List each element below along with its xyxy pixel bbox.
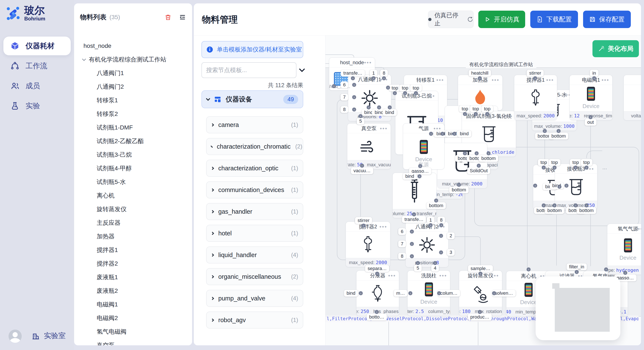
node-menu-icon[interactable]: •••	[546, 75, 554, 85]
tree-item[interactable]: 加热器	[74, 230, 192, 243]
port-dot[interactable]: ›	[386, 86, 390, 90]
port-dot[interactable]: ›	[382, 76, 386, 80]
tree-item[interactable]: 试剂瓶1-DMF	[74, 121, 192, 134]
node-menu-icon[interactable]: •••	[638, 224, 641, 234]
preview-overlay[interactable]	[536, 276, 620, 340]
port-dot[interactable]: ›	[553, 166, 557, 170]
port-dot[interactable]: ›	[557, 129, 561, 133]
node-menu-icon[interactable]: •••	[428, 91, 435, 101]
node-搅拌器1[interactable]: 搅拌器1•••max_speed: 2000	[514, 75, 557, 120]
port-dot[interactable]: ›	[527, 268, 531, 272]
port-dot[interactable]: ›	[604, 268, 608, 272]
port-dot[interactable]: ›	[416, 261, 420, 265]
tree-item[interactable]: 搅拌器2	[74, 257, 192, 270]
port-dot[interactable]: ›	[393, 91, 397, 95]
download-config-button[interactable]: 下载配置	[530, 11, 578, 28]
section-instruments[interactable]: 仪器设备 49	[202, 90, 303, 108]
tree-item[interactable]: 八通阀门2	[74, 80, 192, 94]
category-camera[interactable]: camera(1)	[206, 116, 303, 133]
port-dot[interactable]: ›	[542, 203, 546, 207]
tree-item[interactable]: 试剂瓶5-水	[74, 175, 192, 189]
port-dot[interactable]: ›	[412, 212, 416, 216]
port-dot[interactable]: ›	[439, 234, 443, 238]
tree-item-workstation[interactable]: 有机化学流程综合测试工作站	[74, 53, 192, 66]
port-dot[interactable]: ›	[418, 164, 422, 168]
port-dot[interactable]: ›	[433, 261, 437, 265]
node-搅拌器2[interactable]: 搅拌器2•••max_speed: 2000	[346, 222, 390, 267]
port-dot[interactable]: ›	[434, 199, 438, 203]
tree-item[interactable]: 试剂瓶2-乙酸乙酯	[74, 134, 192, 148]
port-dot[interactable]: ›	[359, 114, 363, 118]
category-organic_miscellaneous[interactable]: organic_miscellaneous(2)	[206, 268, 303, 285]
tree-item[interactable]: 试剂瓶4-甲醇	[74, 162, 192, 175]
port-dot[interactable]: ›	[372, 76, 376, 80]
port-dot[interactable]: ›	[352, 83, 356, 87]
category-gas_handler[interactable]: gas_handler(1)	[206, 203, 303, 220]
category-pump_and_valve[interactable]: pump_and_valve(4)	[206, 290, 303, 307]
port-dot[interactable]: ›	[478, 272, 482, 276]
port-dot[interactable]: ›	[375, 310, 379, 314]
node-menu-icon[interactable]: •••	[602, 75, 609, 85]
sidebar-item-工作流[interactable]: 工作流	[4, 57, 71, 75]
node-menu-icon[interactable]: •••	[439, 271, 447, 280]
port-dot[interactable]: ›	[377, 105, 381, 110]
tree-item[interactable]: 电磁阀1	[74, 298, 192, 311]
port-dot[interactable]: ›	[558, 185, 562, 189]
port-dot[interactable]: ›	[352, 95, 356, 99]
tree-item[interactable]: 真空泵	[74, 339, 192, 345]
tree-item[interactable]: 旋转蒸发仪	[74, 202, 192, 216]
port-dot[interactable]: ›	[475, 151, 479, 156]
node-menu-icon[interactable]: •••	[364, 58, 372, 67]
node-menu-icon[interactable]: •••	[436, 75, 444, 85]
delete-icon[interactable]	[164, 14, 172, 21]
port-dot[interactable]: ›	[485, 112, 490, 116]
port-dot[interactable]: ›	[463, 151, 467, 156]
category-robot_agv[interactable]: robot_agv(1)	[206, 312, 303, 329]
port-dot[interactable]: ›	[533, 76, 537, 80]
port-dot[interactable]: ›	[457, 183, 461, 187]
port-dot[interactable]: ›	[410, 230, 414, 234]
expand-all-icon[interactable]	[299, 66, 305, 72]
port-dot[interactable]: ›	[408, 291, 412, 295]
tree-item[interactable]: 废液瓶2	[74, 284, 192, 298]
node-menu-icon[interactable]: •••	[492, 75, 500, 85]
start-simulation-button[interactable]: 开启仿真	[478, 11, 525, 28]
port-dot[interactable]: ›	[486, 151, 491, 156]
port-dot[interactable]: ›	[575, 270, 579, 274]
port-dot[interactable]: ›	[359, 291, 363, 295]
port-dot[interactable]: ›	[542, 166, 546, 170]
tree-item[interactable]: 废液瓶1	[74, 270, 192, 284]
port-dot[interactable]: ›	[463, 112, 467, 116]
category-communication_devices[interactable]: communication_devices(1)	[206, 181, 303, 198]
collapse-panel-icon[interactable]	[179, 14, 186, 21]
simulation-status[interactable]: 仿真已停止	[428, 11, 474, 28]
node-menu-icon[interactable]: •••	[380, 124, 388, 133]
port-dot[interactable]: ›	[478, 310, 482, 314]
port-dot[interactable]: ›	[592, 76, 596, 80]
tree-item[interactable]: 八通阀门1	[74, 66, 192, 80]
refresh-icon[interactable]	[467, 16, 474, 22]
port-dot[interactable]: ›	[437, 291, 441, 295]
tree-item[interactable]: 转移泵1	[74, 94, 192, 107]
tree-item[interactable]: 主反应器	[74, 216, 192, 230]
port-dot[interactable]: ›	[367, 105, 371, 110]
port-dot[interactable]: ›	[553, 203, 557, 207]
sidebar-item-仪器耗材[interactable]: 仪器耗材	[4, 37, 71, 55]
sidebar-item-实验[interactable]: 实验	[4, 97, 71, 115]
port-dot[interactable]: ›	[574, 166, 578, 170]
port-dot[interactable]: ›	[410, 242, 414, 246]
tree-item-host-node[interactable]: host_node	[74, 39, 192, 53]
node-氢气气源[interactable]: 氢气气源•••Devicegas_type: hydrogenmax_pre	[607, 224, 641, 275]
port-dot[interactable]: ›	[474, 112, 478, 116]
port-dot[interactable]: ›	[584, 166, 589, 170]
node-真空泵[interactable]: 真空泵•••pump_rate: 50max_vacuum: 0.1	[347, 123, 391, 169]
node-menu-icon[interactable]: •••	[380, 222, 387, 232]
port-dot[interactable]: ›	[388, 105, 392, 110]
node-电磁阀2[interactable]: •••voltage: 12	[624, 75, 641, 120]
node-menu-icon[interactable]: •••	[505, 111, 513, 121]
category-liquid_handler[interactable]: liquid_handler(4)	[206, 246, 303, 263]
graph-canvas[interactable]: 有机化学流程综合测试工作站 l,FilterProtocol,CleanVess…	[326, 35, 641, 345]
port-dot[interactable]: ›	[351, 76, 355, 80]
port-dot[interactable]: ›	[410, 254, 414, 258]
port-dot[interactable]: ›	[589, 115, 593, 119]
